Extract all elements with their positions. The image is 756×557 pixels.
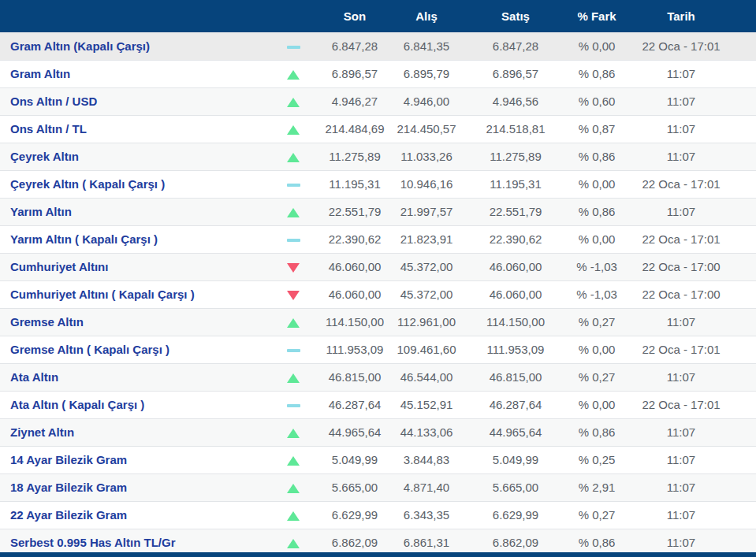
row-right-spacer (733, 60, 756, 87)
header-row: Son Alış Satış % Fark Tarih (0, 0, 756, 32)
row-right-spacer (733, 143, 756, 170)
tarih-value: 11:07 (629, 446, 733, 473)
header-alis: Alış (386, 0, 467, 32)
fark-value: % 0,27 (564, 308, 629, 336)
tarih-value: 22 Oca - 17:01 (629, 32, 733, 60)
alis-value: 10.946,16 (386, 170, 467, 198)
satis-value: 6.629,99 (467, 501, 564, 529)
trend-cell (263, 473, 323, 501)
son-value: 11.195,31 (323, 170, 386, 198)
table-row[interactable]: Cumhuriyet Altını ( Kapalı Çarşı ) 46.06… (0, 280, 756, 308)
instrument-name-cell: Cumhuriyet Altını (0, 253, 263, 280)
row-right-spacer (733, 363, 756, 391)
son-value: 6.629,99 (323, 501, 386, 529)
instrument-link[interactable]: Cumhuriyet Altını ( Kapalı Çarşı ) (10, 288, 195, 301)
instrument-link[interactable]: Çeyrek Altın (10, 150, 79, 163)
trend-cell (263, 336, 323, 363)
tarih-value: 22 Oca - 17:01 (629, 225, 733, 253)
table-row[interactable]: Yarım Altın 22.551,79 21.997,57 22.551,7… (0, 198, 756, 225)
table-row[interactable]: Gram Altın (Kapalı Çarşı) 6.847,28 6.841… (0, 32, 756, 60)
table-row[interactable]: 14 Ayar Bilezik Gram 5.049,99 3.844,83 5… (0, 446, 756, 473)
row-right-spacer (733, 225, 756, 253)
table-row[interactable]: Ons Altın / TL 214.484,69 214.450,57 214… (0, 115, 756, 143)
header-instrument-spacer (0, 0, 323, 32)
instrument-link[interactable]: Ziynet Altın (10, 425, 74, 439)
instrument-link[interactable]: Çeyrek Altın ( Kapalı Çarşı ) (10, 177, 165, 191)
instrument-link[interactable]: Gremse Altın ( Kapalı Çarşı ) (10, 343, 169, 356)
table-row[interactable]: Çeyrek Altın 11.275,89 11.033,26 11.275,… (0, 143, 756, 170)
table-body: Gram Altın (Kapalı Çarşı) 6.847,28 6.841… (0, 32, 756, 556)
row-right-spacer (733, 418, 756, 446)
instrument-link[interactable]: 18 Ayar Bilezik Gram (10, 481, 127, 494)
instrument-name-cell: 18 Ayar Bilezik Gram (0, 473, 263, 501)
son-value: 46.287,64 (323, 391, 386, 418)
fark-value: % -1,03 (564, 253, 629, 280)
flat-dash-icon (287, 239, 300, 242)
tarih-value: 22 Oca - 17:00 (629, 280, 733, 308)
instrument-link[interactable]: Gram Altın (10, 67, 70, 80)
trend-cell (263, 225, 323, 253)
instrument-name-cell: Gram Altın (Kapalı Çarşı) (0, 32, 263, 60)
table-row[interactable]: 18 Ayar Bilezik Gram 5.665,00 4.871,40 5… (0, 473, 756, 501)
instrument-link[interactable]: Gremse Altın (10, 315, 84, 329)
instrument-name-cell: Cumhuriyet Altını ( Kapalı Çarşı ) (0, 280, 263, 308)
table-row[interactable]: Gremse Altın 114.150,00 112.961,00 114.1… (0, 308, 756, 336)
table-row[interactable]: Çeyrek Altın ( Kapalı Çarşı ) 11.195,31 … (0, 170, 756, 198)
trend-cell (263, 253, 323, 280)
fark-value: % 0,27 (564, 501, 629, 529)
instrument-link[interactable]: Ata Altın (10, 370, 58, 384)
tarih-value: 22 Oca - 17:01 (629, 336, 733, 363)
son-value: 5.665,00 (323, 473, 386, 501)
instrument-link[interactable]: Ons Altın / USD (10, 95, 97, 108)
instrument-link[interactable]: Yarım Altın (10, 205, 72, 218)
instrument-link[interactable]: Yarım Altın ( Kapalı Çarşı ) (10, 232, 158, 246)
row-right-spacer (733, 253, 756, 280)
instrument-link[interactable]: Ata Altın ( Kapalı Çarşı ) (10, 398, 144, 411)
son-value: 22.390,62 (323, 225, 386, 253)
son-value: 46.060,00 (323, 253, 386, 280)
up-triangle-icon (287, 429, 300, 438)
son-value: 4.946,27 (323, 87, 386, 115)
table-row[interactable]: Yarım Altın ( Kapalı Çarşı ) 22.390,62 2… (0, 225, 756, 253)
table-row[interactable]: Gram Altın 6.896,57 6.895,79 6.896,57 % … (0, 60, 756, 87)
row-right-spacer (733, 32, 756, 60)
instrument-link[interactable]: Ons Altın / TL (10, 122, 87, 136)
table-row[interactable]: 22 Ayar Bilezik Gram 6.629,99 6.343,35 6… (0, 501, 756, 529)
table-row[interactable]: Ziynet Altın 44.965,64 44.133,06 44.965,… (0, 418, 756, 446)
fark-value: % 0,86 (564, 418, 629, 446)
son-value: 111.953,09 (323, 336, 386, 363)
trend-cell (263, 446, 323, 473)
instrument-name-cell: Ata Altın (0, 363, 263, 391)
table-row[interactable]: Ons Altın / USD 4.946,27 4.946,00 4.946,… (0, 87, 756, 115)
instrument-link[interactable]: 22 Ayar Bilezik Gram (10, 508, 127, 522)
alis-value: 21.997,57 (386, 198, 467, 225)
instrument-link[interactable]: Serbest 0.995 Has Altın TL/Gr (10, 536, 176, 549)
table-row[interactable]: Ata Altın 46.815,00 46.544,00 46.815,00 … (0, 363, 756, 391)
row-right-spacer (733, 87, 756, 115)
fark-value: % 0,00 (564, 32, 629, 60)
up-triangle-icon (287, 318, 300, 328)
satis-value: 5.049,99 (467, 446, 564, 473)
satis-value: 46.815,00 (467, 363, 564, 391)
instrument-name-cell: Gremse Altın (0, 308, 263, 336)
instrument-link[interactable]: 14 Ayar Bilezik Gram (10, 453, 127, 466)
trend-cell (263, 87, 323, 115)
alis-value: 44.133,06 (386, 418, 467, 446)
alis-value: 4.871,40 (386, 473, 467, 501)
alis-value: 46.544,00 (386, 363, 467, 391)
table-row[interactable]: Gremse Altın ( Kapalı Çarşı ) 111.953,09… (0, 336, 756, 363)
satis-value: 46.287,64 (467, 391, 564, 418)
instrument-name-cell: Çeyrek Altın ( Kapalı Çarşı ) (0, 170, 263, 198)
son-value: 46.815,00 (323, 363, 386, 391)
alis-value: 6.895,79 (386, 60, 467, 87)
instrument-link[interactable]: Gram Altın (Kapalı Çarşı) (10, 39, 150, 53)
satis-value: 6.847,28 (467, 32, 564, 60)
table-row[interactable]: Cumhuriyet Altını 46.060,00 45.372,00 46… (0, 253, 756, 280)
fark-value: % 0,00 (564, 170, 629, 198)
fark-value: % 0,60 (564, 87, 629, 115)
satis-value: 22.390,62 (467, 225, 564, 253)
header-right-spacer (733, 0, 756, 32)
table-row[interactable]: Ata Altın ( Kapalı Çarşı ) 46.287,64 45.… (0, 391, 756, 418)
instrument-link[interactable]: Cumhuriyet Altını (10, 260, 108, 273)
row-right-spacer (733, 115, 756, 143)
